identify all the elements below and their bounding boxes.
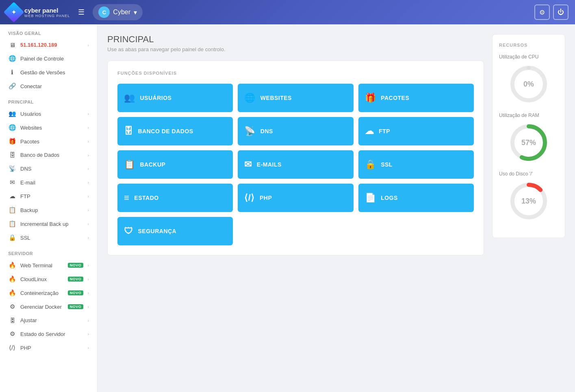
sidebar-item-conteinerizacao[interactable]: 🔥ConteinerizaçãoNOVO›	[0, 286, 97, 300]
sidebar-item-ssl[interactable]: 🔒SSL›	[0, 231, 97, 245]
estado-servidor-icon: ⚙	[8, 330, 16, 338]
sidebar-item-label-backup: Backup	[20, 207, 83, 213]
collapse-button[interactable]: ☰	[75, 6, 88, 18]
sidebar-item-label-docker: Gerenciar Docker	[20, 304, 64, 310]
cpu-resource: Utilização de CPU 0%	[499, 54, 558, 104]
sidebar-item-websites[interactable]: 🌐Websites›	[0, 121, 97, 134]
sidebar-item-banco-dados[interactable]: 🗄Banco de Dados›	[0, 148, 97, 162]
resources-panel: RECURSOS Utilização de CPU 0% Utilização…	[492, 34, 565, 382]
sidebar-item-label-websites: Websites	[20, 125, 83, 131]
sidebar-section-title: SERVIDOR	[0, 245, 97, 258]
arrow-conteinerizacao: ›	[87, 290, 89, 295]
function-btn-estado[interactable]: ≡ESTADO	[117, 184, 233, 212]
dns-icon: 📡	[8, 165, 16, 172]
sidebar-item-label-banco-dados: Banco de Dados	[20, 152, 83, 158]
function-label-banco-dados: BANCO DE DADOS	[138, 128, 193, 134]
sidebar-item-usuarios[interactable]: 👥Usuários›	[0, 107, 97, 121]
function-btn-emails[interactable]: ✉E-MAILS	[238, 150, 353, 179]
function-label-websites: WEBSITES	[260, 95, 292, 101]
sidebar-item-ftp[interactable]: ☁FTP›	[0, 189, 97, 203]
function-icon-dns: 📡	[244, 126, 256, 136]
function-icon-emails: ✉	[244, 159, 252, 170]
user-selector[interactable]: C Cyber ▾	[93, 4, 143, 20]
arrow-websites: ›	[87, 125, 89, 130]
arrow-inc-backup: ›	[87, 221, 89, 226]
function-btn-backup[interactable]: 📋BACKUP	[117, 150, 233, 179]
header-right: ⚙ ⏻	[534, 4, 568, 20]
sidebar-item-estado-servidor[interactable]: ⚙Estado do Servidor›	[0, 327, 97, 341]
websites-icon: 🌐	[8, 124, 16, 131]
function-btn-logs[interactable]: 📄LOGS	[358, 184, 474, 212]
sidebar-item-label-inc-backup: Incremental Back up	[20, 221, 83, 227]
sidebar-item-docker[interactable]: ⚙Gerenciar DockerNOVO›	[0, 300, 97, 314]
sidebar-item-label-ftp: FTP	[20, 193, 83, 199]
arrow-usuarios: ›	[87, 111, 89, 116]
logo-text: cyber panel WEB HOSTING PANEL	[24, 7, 70, 18]
ram-resource: Utilização de RAM 57%	[499, 113, 558, 163]
function-icon-ftp: ☁	[365, 126, 374, 136]
function-btn-php[interactable]: ⟨/⟩PHP	[238, 184, 353, 212]
backup-icon: 📋	[8, 206, 16, 214]
resources-card: RECURSOS Utilização de CPU 0% Utilização…	[492, 34, 565, 238]
cpu-value: 0%	[523, 80, 534, 89]
function-btn-usuarios[interactable]: 👥USUÁRIOS	[117, 84, 233, 112]
function-icon-php: ⟨/⟩	[244, 193, 255, 203]
page-subtitle: Use as abas para navegar pelo painel de …	[107, 46, 484, 52]
arrow-web-terminal: ›	[87, 263, 89, 268]
sidebar-item-label-estado-servidor: Estado do Servidor	[20, 331, 83, 337]
php-icon: ⟨/⟩	[8, 344, 16, 351]
sidebar-item-pacotes[interactable]: 🎁Pacotes›	[0, 134, 97, 148]
function-btn-pacotes[interactable]: 🎁PACOTES	[358, 84, 474, 112]
arrow-banco-dados: ›	[87, 153, 89, 158]
settings-button[interactable]: ⚙	[534, 4, 550, 20]
sidebar-item-php[interactable]: ⟨/⟩PHP›	[0, 341, 97, 355]
sidebar-item-label-painel: Painel de Controle	[20, 56, 89, 62]
ram-label: Utilização de RAM	[499, 113, 558, 118]
function-btn-ssl[interactable]: 🔒SSL	[358, 150, 474, 179]
sidebar-item-conectar[interactable]: 🔗Conectar	[0, 79, 97, 93]
docker-icon: ⚙	[8, 303, 16, 310]
inc-backup-icon: 📋	[8, 220, 16, 227]
function-btn-seguranca[interactable]: 🛡SEGURANÇA	[117, 217, 233, 245]
function-btn-banco-dados[interactable]: 🗄BANCO DE DADOS	[117, 117, 233, 145]
arrow-ajustar: ›	[87, 318, 89, 323]
cpu-donut: 0%	[508, 64, 549, 104]
arrow-docker: ›	[87, 304, 89, 309]
sidebar-item-inc-backup[interactable]: 📋Incremental Back up›	[0, 217, 97, 231]
sidebar-item-ajustar[interactable]: 🎛Ajustar›	[0, 314, 97, 327]
function-btn-dns[interactable]: 📡DNS	[238, 117, 353, 145]
function-icon-estado: ≡	[124, 193, 129, 203]
arrow-php: ›	[87, 345, 89, 350]
disk-label: Uso do Disco '/'	[499, 171, 558, 177]
sidebar-item-web-terminal[interactable]: 🔥Web TerminalNOVO›	[0, 258, 97, 272]
sidebar-item-label-cloud-linux: CloudLinux	[20, 276, 64, 282]
function-icon-usuarios: 👥	[124, 93, 135, 103]
power-button[interactable]: ⏻	[553, 4, 568, 20]
functions-title: FUNÇÕES DISPONÍVEIS	[117, 71, 474, 76]
function-label-ssl: SSL	[381, 161, 393, 168]
function-btn-ftp[interactable]: ☁FTP	[358, 117, 474, 145]
function-label-emails: E-MAILS	[257, 161, 282, 168]
conectar-icon: 🔗	[8, 82, 16, 90]
logo-symbol: ✦	[11, 9, 16, 15]
sidebar-item-painel[interactable]: 🌐Painel de Controle	[0, 52, 97, 65]
sidebar-item-ip[interactable]: 🖥51.161.120.189›	[0, 38, 97, 52]
function-label-ftp: FTP	[379, 128, 390, 134]
dropdown-icon: ▾	[134, 9, 137, 16]
ip-icon: 🖥	[8, 41, 16, 48]
sidebar-item-versoes[interactable]: ℹGestão de Versões	[0, 65, 97, 79]
badge-novo-cloud-linux: NOVO	[68, 277, 84, 282]
arrow-backup: ›	[87, 208, 89, 212]
sidebar-item-label-email: E-mail	[20, 180, 83, 186]
versoes-icon: ℹ	[8, 69, 16, 76]
sidebar-item-label-php: PHP	[20, 345, 83, 351]
sidebar-item-backup[interactable]: 📋Backup›	[0, 203, 97, 217]
function-icon-ssl: 🔒	[365, 159, 376, 170]
sidebar-item-cloud-linux[interactable]: 🔥CloudLinuxNOVO›	[0, 272, 97, 286]
function-btn-websites[interactable]: 🌐WEBSITES	[238, 84, 353, 112]
sidebar-section-title: VISÃO GERAL	[0, 24, 97, 38]
function-label-usuarios: USUÁRIOS	[140, 95, 172, 101]
sidebar-item-dns[interactable]: 📡DNS›	[0, 162, 97, 175]
sidebar-item-label-ip: 51.161.120.189	[20, 42, 83, 48]
sidebar-item-email[interactable]: ✉E-mail›	[0, 175, 97, 189]
